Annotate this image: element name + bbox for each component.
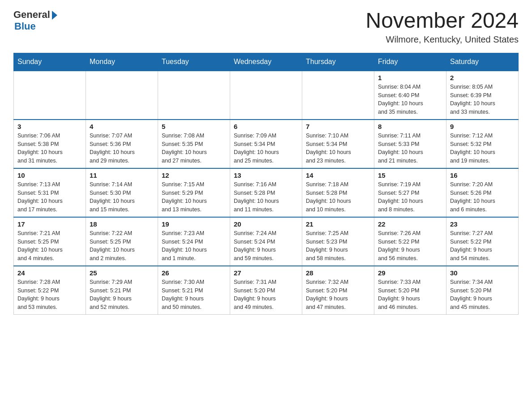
calendar-cell: 10Sunrise: 7:13 AMSunset: 5:31 PMDayligh… bbox=[14, 168, 86, 217]
day-info: Sunrise: 7:20 AMSunset: 5:26 PMDaylight:… bbox=[450, 180, 515, 214]
calendar-cell: 24Sunrise: 7:28 AMSunset: 5:22 PMDayligh… bbox=[14, 266, 86, 315]
logo-arrow-icon bbox=[52, 11, 57, 20]
calendar-week-row: 17Sunrise: 7:21 AMSunset: 5:25 PMDayligh… bbox=[14, 217, 519, 266]
calendar-header: SundayMondayTuesdayWednesdayThursdayFrid… bbox=[14, 53, 519, 71]
day-number: 4 bbox=[90, 123, 154, 130]
logo: General Blue bbox=[13, 9, 57, 32]
day-number: 28 bbox=[306, 269, 370, 277]
day-info: Sunrise: 8:04 AMSunset: 6:40 PMDaylight:… bbox=[378, 83, 442, 116]
day-info: Sunrise: 7:14 AMSunset: 5:30 PMDaylight:… bbox=[90, 180, 154, 214]
day-info: Sunrise: 7:10 AMSunset: 5:34 PMDaylight:… bbox=[306, 132, 370, 165]
calendar-week-row: 1Sunrise: 8:04 AMSunset: 6:40 PMDaylight… bbox=[14, 71, 519, 120]
day-info: Sunrise: 7:21 AMSunset: 5:25 PMDaylight:… bbox=[17, 229, 82, 263]
calendar-cell: 11Sunrise: 7:14 AMSunset: 5:30 PMDayligh… bbox=[86, 168, 158, 217]
calendar-cell: 18Sunrise: 7:22 AMSunset: 5:25 PMDayligh… bbox=[86, 217, 158, 266]
day-info: Sunrise: 7:11 AMSunset: 5:33 PMDaylight:… bbox=[378, 132, 442, 165]
calendar-week-row: 3Sunrise: 7:06 AMSunset: 5:38 PMDaylight… bbox=[14, 120, 519, 168]
day-number: 29 bbox=[378, 269, 442, 277]
calendar-cell: 7Sunrise: 7:10 AMSunset: 5:34 PMDaylight… bbox=[302, 120, 374, 168]
day-number: 8 bbox=[378, 123, 442, 130]
day-info: Sunrise: 7:30 AMSunset: 5:21 PMDaylight:… bbox=[162, 278, 226, 312]
day-info: Sunrise: 7:26 AMSunset: 5:22 PMDaylight:… bbox=[378, 229, 442, 263]
calendar-cell: 26Sunrise: 7:30 AMSunset: 5:21 PMDayligh… bbox=[158, 266, 230, 315]
day-info: Sunrise: 7:08 AMSunset: 5:35 PMDaylight:… bbox=[162, 132, 226, 165]
weekday-header: Monday bbox=[86, 53, 158, 71]
day-number: 7 bbox=[306, 123, 370, 130]
day-number: 11 bbox=[90, 171, 154, 179]
day-number: 20 bbox=[234, 220, 298, 228]
day-number: 26 bbox=[162, 269, 226, 277]
calendar-cell: 28Sunrise: 7:32 AMSunset: 5:20 PMDayligh… bbox=[302, 266, 374, 315]
calendar-cell bbox=[158, 71, 230, 120]
calendar-cell: 29Sunrise: 7:33 AMSunset: 5:20 PMDayligh… bbox=[374, 266, 446, 315]
day-number: 25 bbox=[90, 269, 154, 277]
weekday-header-row: SundayMondayTuesdayWednesdayThursdayFrid… bbox=[14, 53, 519, 71]
day-info: Sunrise: 7:28 AMSunset: 5:22 PMDaylight:… bbox=[17, 278, 82, 312]
calendar-week-row: 24Sunrise: 7:28 AMSunset: 5:22 PMDayligh… bbox=[14, 266, 519, 315]
calendar-cell: 1Sunrise: 8:04 AMSunset: 6:40 PMDaylight… bbox=[374, 71, 446, 120]
day-info: Sunrise: 7:29 AMSunset: 5:21 PMDaylight:… bbox=[90, 278, 154, 312]
calendar-cell: 23Sunrise: 7:27 AMSunset: 5:22 PMDayligh… bbox=[446, 217, 519, 266]
day-number: 6 bbox=[234, 123, 298, 130]
day-number: 30 bbox=[450, 269, 515, 277]
calendar-cell: 30Sunrise: 7:34 AMSunset: 5:20 PMDayligh… bbox=[446, 266, 519, 315]
calendar-cell: 25Sunrise: 7:29 AMSunset: 5:21 PMDayligh… bbox=[86, 266, 158, 315]
calendar-cell: 6Sunrise: 7:09 AMSunset: 5:34 PMDaylight… bbox=[230, 120, 302, 168]
calendar-cell: 13Sunrise: 7:16 AMSunset: 5:28 PMDayligh… bbox=[230, 168, 302, 217]
day-number: 19 bbox=[162, 220, 226, 228]
day-number: 17 bbox=[17, 220, 82, 228]
day-number: 23 bbox=[450, 220, 515, 228]
day-info: Sunrise: 7:09 AMSunset: 5:34 PMDaylight:… bbox=[234, 132, 298, 165]
calendar-cell: 4Sunrise: 7:07 AMSunset: 5:36 PMDaylight… bbox=[86, 120, 158, 168]
day-info: Sunrise: 8:05 AMSunset: 6:39 PMDaylight:… bbox=[450, 83, 515, 116]
weekday-header: Saturday bbox=[446, 53, 519, 71]
day-info: Sunrise: 7:32 AMSunset: 5:20 PMDaylight:… bbox=[306, 278, 370, 312]
day-info: Sunrise: 7:12 AMSunset: 5:32 PMDaylight:… bbox=[450, 132, 515, 165]
day-number: 9 bbox=[450, 123, 515, 130]
calendar-cell: 14Sunrise: 7:18 AMSunset: 5:28 PMDayligh… bbox=[302, 168, 374, 217]
location-subtitle: Wilmore, Kentucky, United States bbox=[365, 34, 519, 45]
day-info: Sunrise: 7:33 AMSunset: 5:20 PMDaylight:… bbox=[378, 278, 442, 312]
day-info: Sunrise: 7:13 AMSunset: 5:31 PMDaylight:… bbox=[17, 180, 82, 214]
page-header: General Blue November 2024 Wilmore, Kent… bbox=[13, 9, 519, 45]
day-number: 5 bbox=[162, 123, 226, 130]
day-info: Sunrise: 7:18 AMSunset: 5:28 PMDaylight:… bbox=[306, 180, 370, 214]
title-section: November 2024 Wilmore, Kentucky, United … bbox=[365, 9, 519, 45]
calendar-cell: 5Sunrise: 7:08 AMSunset: 5:35 PMDaylight… bbox=[158, 120, 230, 168]
day-info: Sunrise: 7:15 AMSunset: 5:29 PMDaylight:… bbox=[162, 180, 226, 214]
day-info: Sunrise: 7:31 AMSunset: 5:20 PMDaylight:… bbox=[234, 278, 298, 312]
calendar-cell: 27Sunrise: 7:31 AMSunset: 5:20 PMDayligh… bbox=[230, 266, 302, 315]
day-info: Sunrise: 7:19 AMSunset: 5:27 PMDaylight:… bbox=[378, 180, 442, 214]
calendar-cell: 20Sunrise: 7:24 AMSunset: 5:24 PMDayligh… bbox=[230, 217, 302, 266]
calendar-cell: 12Sunrise: 7:15 AMSunset: 5:29 PMDayligh… bbox=[158, 168, 230, 217]
day-number: 22 bbox=[378, 220, 442, 228]
weekday-header: Tuesday bbox=[158, 53, 230, 71]
day-number: 27 bbox=[234, 269, 298, 277]
day-number: 18 bbox=[90, 220, 154, 228]
day-number: 16 bbox=[450, 171, 515, 179]
calendar-cell: 8Sunrise: 7:11 AMSunset: 5:33 PMDaylight… bbox=[374, 120, 446, 168]
day-info: Sunrise: 7:23 AMSunset: 5:24 PMDaylight:… bbox=[162, 229, 226, 263]
month-title: November 2024 bbox=[365, 9, 519, 33]
day-info: Sunrise: 7:22 AMSunset: 5:25 PMDaylight:… bbox=[90, 229, 154, 263]
weekday-header: Thursday bbox=[302, 53, 374, 71]
weekday-header: Sunday bbox=[14, 53, 86, 71]
day-info: Sunrise: 7:07 AMSunset: 5:36 PMDaylight:… bbox=[90, 132, 154, 165]
day-number: 2 bbox=[450, 74, 515, 81]
logo-general-text: General bbox=[13, 9, 50, 21]
day-number: 10 bbox=[17, 171, 82, 179]
calendar-cell bbox=[86, 71, 158, 120]
calendar-cell: 21Sunrise: 7:25 AMSunset: 5:23 PMDayligh… bbox=[302, 217, 374, 266]
weekday-header: Friday bbox=[374, 53, 446, 71]
day-number: 14 bbox=[306, 171, 370, 179]
calendar-cell bbox=[302, 71, 374, 120]
day-info: Sunrise: 7:16 AMSunset: 5:28 PMDaylight:… bbox=[234, 180, 298, 214]
calendar-cell: 2Sunrise: 8:05 AMSunset: 6:39 PMDaylight… bbox=[446, 71, 519, 120]
day-number: 15 bbox=[378, 171, 442, 179]
day-info: Sunrise: 7:06 AMSunset: 5:38 PMDaylight:… bbox=[17, 132, 82, 165]
calendar-cell: 15Sunrise: 7:19 AMSunset: 5:27 PMDayligh… bbox=[374, 168, 446, 217]
day-number: 1 bbox=[378, 74, 442, 81]
calendar-cell bbox=[14, 71, 86, 120]
day-number: 24 bbox=[17, 269, 82, 277]
day-number: 21 bbox=[306, 220, 370, 228]
